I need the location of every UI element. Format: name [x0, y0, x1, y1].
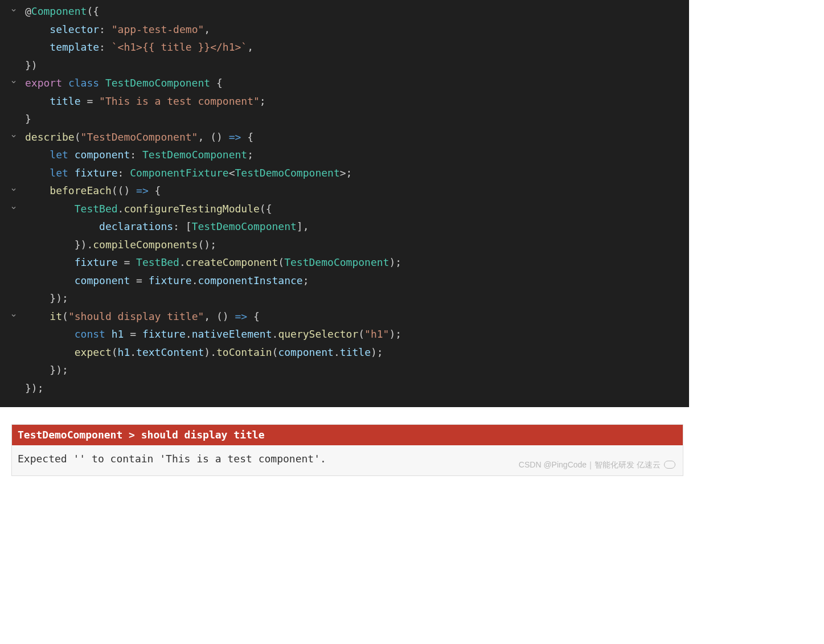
gutter [2, 146, 25, 164]
code-text[interactable]: selector: "app-test-demo", [25, 20, 689, 39]
gutter [2, 272, 25, 290]
code-line[interactable]: it("should display title", () => { [0, 307, 689, 326]
code-line[interactable]: const h1 = fixture.nativeElement.querySe… [0, 325, 689, 343]
gutter [2, 110, 25, 128]
code-text[interactable]: }) [25, 56, 689, 75]
code-text[interactable]: fixture = TestBed.createComponent(TestDe… [25, 253, 689, 272]
code-line[interactable]: }); [0, 379, 689, 397]
code-line[interactable]: expect(h1.textContent).toContain(compone… [0, 343, 689, 362]
code-text[interactable]: expect(h1.textContent).toContain(compone… [25, 343, 689, 362]
code-line[interactable]: title = "This is a test component"; [0, 92, 689, 110]
watermark-text: CSDN @PingCode｜智能化研发 亿速云 [519, 458, 675, 472]
code-text[interactable]: }); [25, 289, 689, 307]
fold-chevron-icon[interactable] [2, 307, 25, 326]
gutter [2, 361, 25, 379]
cloud-icon [664, 461, 675, 469]
code-line[interactable]: }).compileComponents(); [0, 236, 689, 254]
code-text[interactable]: beforeEach(() => { [25, 182, 689, 200]
fold-chevron-icon[interactable] [2, 74, 25, 92]
fold-chevron-icon[interactable] [2, 182, 25, 200]
code-line[interactable]: beforeEach(() => { [0, 182, 689, 200]
code-text[interactable]: @Component({ [25, 2, 689, 20]
code-text[interactable]: template: `<h1>{{ title }}</h1>`, [25, 38, 689, 56]
test-failure-title: TestDemoComponent > should display title [12, 425, 683, 445]
code-text[interactable]: } [25, 110, 689, 128]
code-text[interactable]: const h1 = fixture.nativeElement.querySe… [25, 325, 689, 343]
fold-chevron-icon[interactable] [2, 2, 25, 20]
code-editor[interactable]: @Component({ selector: "app-test-demo", … [0, 0, 689, 407]
code-line[interactable]: selector: "app-test-demo", [0, 20, 689, 39]
gutter [2, 236, 25, 254]
gutter [2, 289, 25, 307]
gutter [2, 20, 25, 39]
code-line[interactable]: } [0, 110, 689, 128]
code-line[interactable]: declarations: [TestDemoComponent], [0, 218, 689, 236]
code-text[interactable]: title = "This is a test component"; [25, 92, 689, 110]
code-line[interactable]: let component: TestDemoComponent; [0, 146, 689, 164]
fold-chevron-icon[interactable] [2, 200, 25, 218]
code-text[interactable]: }); [25, 379, 689, 397]
code-text[interactable]: }).compileComponents(); [25, 236, 689, 254]
code-text[interactable]: TestBed.configureTestingModule({ [25, 200, 689, 218]
code-line[interactable]: @Component({ [0, 2, 689, 20]
gutter [2, 379, 25, 397]
code-text[interactable]: }); [25, 361, 689, 379]
code-text[interactable]: it("should display title", () => { [25, 307, 689, 326]
gutter [2, 92, 25, 110]
code-line[interactable]: }); [0, 361, 689, 379]
code-line[interactable]: describe("TestDemoComponent", () => { [0, 128, 689, 146]
code-text[interactable]: declarations: [TestDemoComponent], [25, 218, 689, 236]
gutter [2, 56, 25, 75]
code-line[interactable]: TestBed.configureTestingModule({ [0, 200, 689, 218]
code-text[interactable]: export class TestDemoComponent { [25, 74, 689, 92]
code-text[interactable]: let fixture: ComponentFixture<TestDemoCo… [25, 164, 689, 182]
gutter [2, 164, 25, 182]
gutter [2, 325, 25, 343]
code-line[interactable]: }); [0, 289, 689, 307]
gutter [2, 343, 25, 362]
code-line[interactable]: let fixture: ComponentFixture<TestDemoCo… [0, 164, 689, 182]
code-line[interactable]: component = fixture.componentInstance; [0, 272, 689, 290]
code-text[interactable]: describe("TestDemoComponent", () => { [25, 128, 689, 146]
code-text[interactable]: component = fixture.componentInstance; [25, 272, 689, 290]
fold-chevron-icon[interactable] [2, 128, 25, 146]
gutter [2, 38, 25, 56]
code-line[interactable]: fixture = TestBed.createComponent(TestDe… [0, 253, 689, 272]
code-line[interactable]: }) [0, 56, 689, 75]
code-line[interactable]: template: `<h1>{{ title }}</h1>`, [0, 38, 689, 56]
code-line[interactable]: export class TestDemoComponent { [0, 74, 689, 92]
gutter [2, 218, 25, 236]
gutter [2, 253, 25, 272]
code-text[interactable]: let component: TestDemoComponent; [25, 146, 689, 164]
